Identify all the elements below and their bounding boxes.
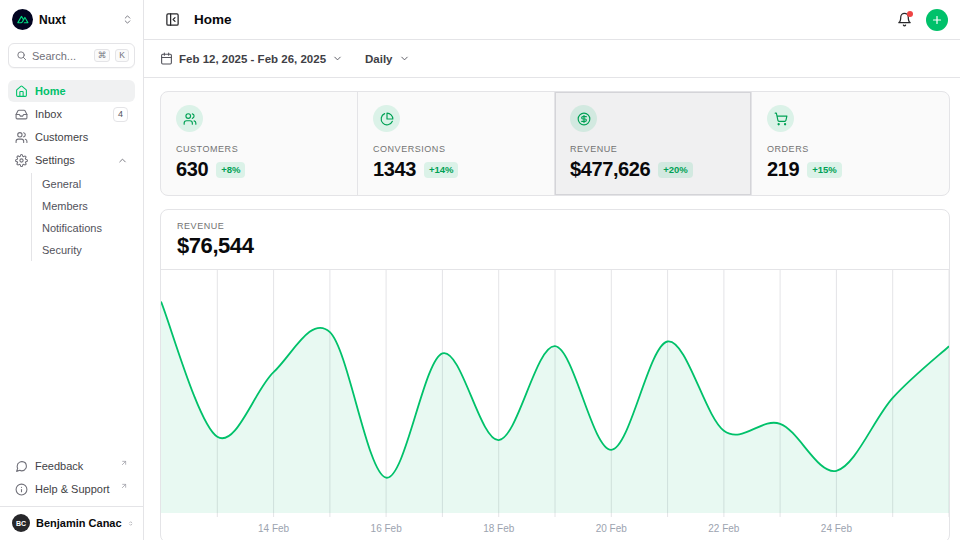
help-support-link[interactable]: Help & Support [8,478,135,500]
stat-value: $477,626 [570,158,650,181]
stat-value: 630 [176,158,208,181]
sidebar-item-home[interactable]: Home [8,80,135,102]
footer-link-label: Feedback [35,460,112,472]
x-axis-label: 14 Feb [258,523,289,534]
sidebar-subitem-general[interactable]: General [36,173,135,195]
circle-dollar-icon [577,112,591,126]
chevron-up-icon [117,155,128,166]
gear-icon [15,154,28,167]
revenue-chart-card: REVENUE $76,544 14 Feb16 Feb18 Feb20 Feb… [160,209,950,540]
chevrons-up-down-icon [122,14,133,25]
x-axis-label: 22 Feb [708,523,739,534]
sidebar-item-inbox[interactable]: Inbox 4 [8,103,135,125]
shopping-cart-icon [774,112,788,126]
granularity-label: Daily [365,53,393,65]
home-icon [15,85,28,98]
search-icon [16,50,27,61]
inbox-icon [15,108,28,121]
sidebar-footer: Feedback Help & Support [0,455,143,506]
x-axis-label: 16 Feb [371,523,402,534]
revenue-area-chart[interactable] [161,270,949,518]
kbd-meta: ⌘ [94,49,111,62]
message-circle-icon [15,460,28,473]
stat-label: REVENUE [570,144,736,154]
kbd-k: K [115,49,129,62]
main-panel: Home Feb 12, 2025 - Feb 26, 2025 Daily [144,0,960,540]
x-axis-label: 18 Feb [483,523,514,534]
dashboard-content: CUSTOMERS 630 +8% CONVERSIONS 1343 +14% [144,78,960,540]
app-window: Nuxt Search... ⌘ K Home Inbox 4 Customer… [0,0,960,540]
filters-toolbar: Feb 12, 2025 - Feb 26, 2025 Daily [144,40,960,78]
chevrons-up-down-icon [128,518,133,529]
sidebar-item-label: Inbox [35,108,106,120]
sidebar-item-label: Home [35,85,128,97]
stat-card-conversions[interactable]: CONVERSIONS 1343 +14% [358,92,555,195]
team-switcher[interactable]: Nuxt [0,0,143,36]
chevron-down-icon [399,53,410,64]
stat-label: CONVERSIONS [373,144,539,154]
chart-metric-label: REVENUE [177,221,933,231]
notification-dot [907,11,913,17]
chart-svg [161,270,949,518]
footer-link-label: Help & Support [35,483,112,495]
chart-pie-icon [380,112,394,126]
page-header: Home [144,0,960,40]
subitem-label: Security [42,244,82,256]
sidebar-subitem-security[interactable]: Security [36,239,135,261]
external-link-icon [120,482,128,490]
inbox-count-badge: 4 [113,107,128,122]
brand-name: Nuxt [39,13,116,27]
sidebar-item-label: Settings [35,154,110,166]
page-title: Home [194,12,232,27]
subitem-label: Members [42,200,88,212]
nuxt-logo-icon [12,9,33,30]
date-range-picker[interactable]: Feb 12, 2025 - Feb 26, 2025 [160,52,343,65]
sidebar-toggle-button[interactable] [160,8,184,32]
add-button[interactable] [926,9,948,31]
sidebar-item-label: Customers [35,131,128,143]
stat-delta-badge: +14% [424,162,459,178]
stats-row: CUSTOMERS 630 +8% CONVERSIONS 1343 +14% [160,91,950,196]
stat-delta-badge: +8% [216,162,245,178]
plus-icon [931,14,943,26]
stat-delta-badge: +20% [658,162,693,178]
stat-value: 219 [767,158,799,181]
settings-submenu: General Members Notifications Security [31,173,135,261]
stat-value: 1343 [373,158,416,181]
granularity-select[interactable]: Daily [365,53,410,65]
external-link-icon [120,459,128,467]
stat-card-revenue[interactable]: REVENUE $477,626 +20% [555,92,752,195]
panel-left-close-icon [165,12,180,27]
stat-delta-badge: +15% [807,162,842,178]
stat-label: CUSTOMERS [176,144,342,154]
date-range-label: Feb 12, 2025 - Feb 26, 2025 [179,53,326,65]
chart-x-axis: 14 Feb16 Feb18 Feb20 Feb22 Feb24 Feb [161,518,949,540]
sidebar: Nuxt Search... ⌘ K Home Inbox 4 Customer… [0,0,144,540]
search-input[interactable]: Search... ⌘ K [8,43,135,68]
users-icon [15,131,28,144]
search-placeholder: Search... [32,50,89,62]
avatar: BC [12,514,30,532]
sidebar-subitem-notifications[interactable]: Notifications [36,217,135,239]
chevron-down-icon [332,53,343,64]
calendar-icon [160,52,173,65]
user-name: Benjamin Canac [36,517,122,529]
x-axis-label: 24 Feb [821,523,852,534]
x-axis-label: 20 Feb [596,523,627,534]
stat-card-orders[interactable]: ORDERS 219 +15% [752,92,949,195]
stat-label: ORDERS [767,144,934,154]
subitem-label: General [42,178,81,190]
sidebar-item-customers[interactable]: Customers [8,126,135,148]
feedback-link[interactable]: Feedback [8,455,135,477]
sidebar-item-settings[interactable]: Settings [8,149,135,171]
sidebar-nav: Home Inbox 4 Customers Settings General … [8,80,135,261]
users-icon [183,112,197,126]
info-circle-icon [15,483,28,496]
chart-metric-value: $76,544 [177,233,933,259]
notifications-button[interactable] [892,8,916,32]
user-menu[interactable]: BC Benjamin Canac [0,506,143,540]
sidebar-subitem-members[interactable]: Members [36,195,135,217]
stat-card-customers[interactable]: CUSTOMERS 630 +8% [161,92,358,195]
chart-header: REVENUE $76,544 [161,210,949,270]
subitem-label: Notifications [42,222,102,234]
